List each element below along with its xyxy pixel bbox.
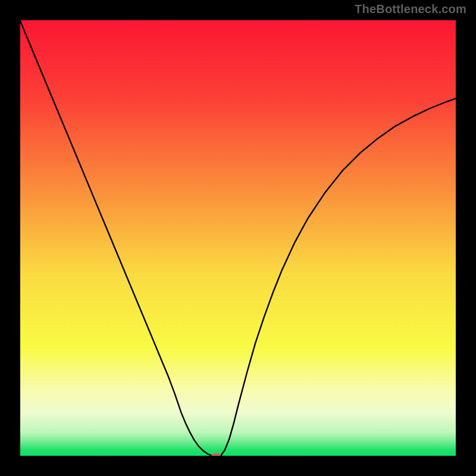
- chart-stage: TheBottleneck.com: [0, 0, 476, 476]
- bottleneck-chart: [0, 0, 476, 476]
- watermark-text: TheBottleneck.com: [355, 2, 466, 16]
- plot-background: [20, 20, 456, 456]
